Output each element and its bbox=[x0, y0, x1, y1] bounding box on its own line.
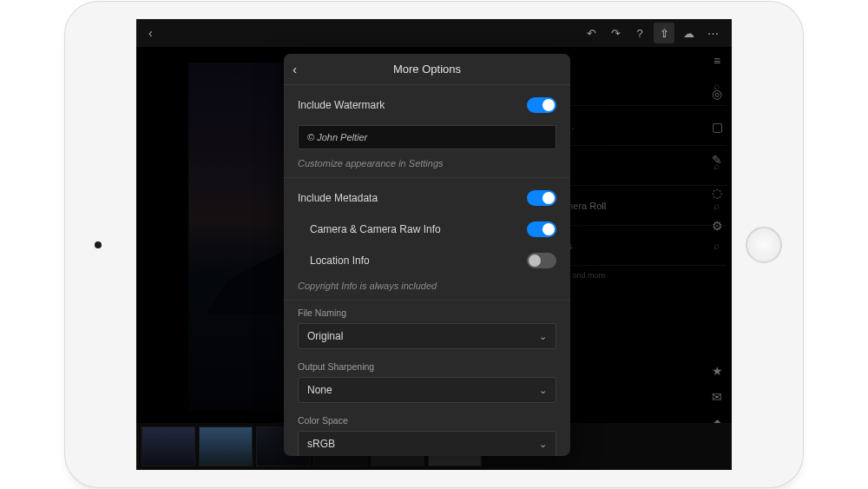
cloud-sync-icon[interactable]: ☁ bbox=[678, 23, 699, 43]
toggle-pair-icon: ⌕ bbox=[713, 200, 720, 212]
location-info-toggle[interactable] bbox=[527, 253, 556, 268]
filmstrip-thumb[interactable] bbox=[141, 426, 195, 466]
camera-info-toggle[interactable] bbox=[527, 221, 556, 237]
share-row[interactable]: les ⌕ bbox=[553, 226, 727, 266]
filmstrip-thumb[interactable] bbox=[199, 426, 253, 466]
metadata-section: Include Metadata Camera & Camera Raw Inf… bbox=[284, 178, 570, 301]
ipad-camera bbox=[95, 241, 102, 248]
metadata-hint: Copyright Info is always included bbox=[298, 281, 556, 291]
location-info-label: Location Info bbox=[310, 254, 370, 267]
file-naming-group: File Naming Original ⌄ bbox=[284, 301, 570, 358]
comment-icon[interactable]: ✉ bbox=[710, 390, 724, 404]
output-sharpening-group: Output Sharpening None ⌄ bbox=[284, 358, 570, 412]
chevron-down-icon: ⌄ bbox=[539, 331, 547, 342]
watermark-text-field[interactable] bbox=[298, 125, 556, 149]
chevron-down-icon: ⌄ bbox=[539, 385, 547, 396]
share-desc-text: ing and more bbox=[553, 266, 727, 285]
top-toolbar: ‹ ↶ ↷ ? ⇧ ☁ ⋯ bbox=[136, 19, 732, 47]
color-space-label: Color Space bbox=[298, 415, 556, 426]
popover-back-icon[interactable]: ‹ bbox=[293, 62, 297, 76]
watermark-section: Include Watermark Customize appearance i… bbox=[284, 85, 570, 178]
ipad-frame: ‹ ↶ ↷ ? ⇧ ☁ ⋯ ≡ ◎ ▢ ✎ ◌ ⚙ ★ ✉ ◆ ⓘ bbox=[65, 2, 803, 487]
toggle-pair-icon: ⌕ bbox=[713, 160, 720, 172]
include-watermark-label: Include Watermark bbox=[298, 99, 385, 111]
file-naming-label: File Naming bbox=[298, 307, 556, 318]
star-icon[interactable]: ★ bbox=[710, 364, 724, 378]
ipad-home-button[interactable] bbox=[746, 227, 782, 263]
popover-header: ‹ More Options bbox=[284, 54, 570, 85]
output-sharpening-value: None bbox=[307, 384, 332, 396]
app-screen: ‹ ↶ ↷ ? ⇧ ☁ ⋯ ≡ ◎ ▢ ✎ ◌ ⚙ ★ ✉ ◆ ⓘ bbox=[136, 19, 732, 470]
color-space-select[interactable]: sRGB ⌄ bbox=[298, 431, 556, 456]
share-row[interactable]: amera Roll ⌕ bbox=[553, 186, 727, 226]
undo-icon[interactable]: ↶ bbox=[581, 23, 602, 43]
share-icon[interactable]: ⇧ bbox=[654, 23, 674, 43]
toolbar-back-icon[interactable]: ‹ bbox=[143, 26, 158, 40]
toggle-pair-icon: ⌕ bbox=[713, 240, 720, 252]
color-space-group: Color Space sRGB ⌄ bbox=[284, 412, 570, 456]
camera-info-label: Camera & Camera Raw Info bbox=[310, 223, 441, 235]
share-row[interactable]: ⌕ bbox=[553, 66, 727, 106]
file-naming-value: Original bbox=[307, 330, 343, 342]
chevron-down-icon: ⌄ bbox=[539, 439, 547, 450]
watermark-hint: Customize appearance in Settings bbox=[298, 158, 556, 169]
more-icon[interactable]: ⋯ bbox=[702, 23, 723, 43]
share-row[interactable]: e… bbox=[553, 106, 727, 146]
include-metadata-toggle[interactable] bbox=[527, 190, 556, 206]
help-icon[interactable]: ? bbox=[629, 23, 650, 43]
output-sharpening-label: Output Sharpening bbox=[298, 361, 556, 372]
include-metadata-label: Include Metadata bbox=[298, 192, 378, 204]
share-background-list: ⌕ e… ⌕ amera Roll ⌕ les ⌕ ing and more bbox=[553, 66, 727, 285]
color-space-value: sRGB bbox=[307, 438, 335, 450]
toggle-pair-icon: ⌕ bbox=[713, 80, 720, 92]
file-naming-select[interactable]: Original ⌄ bbox=[298, 323, 556, 349]
output-sharpening-select[interactable]: None ⌄ bbox=[298, 377, 556, 403]
redo-icon[interactable]: ↷ bbox=[605, 23, 626, 43]
more-options-popover: ‹ More Options Include Watermark Customi… bbox=[284, 54, 570, 456]
share-row[interactable]: ⌕ bbox=[553, 146, 727, 186]
include-watermark-toggle[interactable] bbox=[527, 97, 556, 113]
popover-title: More Options bbox=[393, 63, 461, 76]
